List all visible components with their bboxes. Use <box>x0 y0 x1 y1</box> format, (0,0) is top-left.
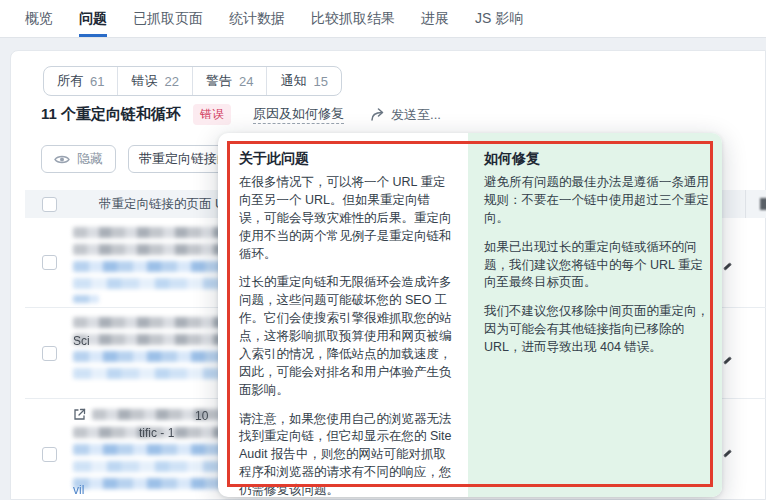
issue-heading-row: 11 个重定向链和循环 错误 原因及如何修复 发送至... <box>41 104 441 125</box>
fix-title: 如何修复 <box>484 150 710 168</box>
about-this-issue-section: 关于此问题 在很多情况下，可以将一个 URL 重定向至另一个 URL。但如果重定… <box>218 133 468 497</box>
censored-text-fragment: Sci <box>73 334 90 348</box>
column-divider <box>745 190 746 218</box>
fix-paragraph: 如果已出现过长的重定向链或循环的问题，我们建议您将链中的每个 URL 重定向至最… <box>484 239 710 293</box>
tab-progress[interactable]: 进展 <box>421 0 449 37</box>
censored-text-fragment: vil <box>73 483 84 497</box>
filter-notices[interactable]: 通知 15 <box>267 67 340 95</box>
how-to-fix-section: 如何修复 避免所有问题的最佳办法是遵循一条通用规则：不要在一个链中使用超过三个重… <box>468 133 722 497</box>
clipped-column-header-fragment <box>760 198 766 210</box>
about-paragraph: 在很多情况下，可以将一个 URL 重定向至另一个 URL。但如果重定向错误，可能… <box>239 174 452 263</box>
censored-text-fragment: tific - 1 <box>139 426 174 440</box>
about-title: 关于此问题 <box>239 150 452 168</box>
send-to-button[interactable]: 发送至... <box>370 106 441 124</box>
row-checkbox[interactable] <box>42 255 57 270</box>
filter-all[interactable]: 所有 61 <box>44 67 118 95</box>
issue-title: 11 个重定向链和循环 <box>41 105 181 124</box>
tab-js-impact[interactable]: JS 影响 <box>475 0 523 37</box>
issue-info-popover: 关于此问题 在很多情况下，可以将一个 URL 重定向至另一个 URL。但如果重定… <box>218 133 722 497</box>
error-badge: 错误 <box>193 104 231 125</box>
external-link-icon[interactable] <box>73 408 86 421</box>
hide-button[interactable]: 隐藏 <box>41 145 116 173</box>
filter-warnings[interactable]: 警告 24 <box>193 67 267 95</box>
censored-text-fragment: 10 <box>195 409 208 423</box>
eye-icon <box>54 154 70 165</box>
tab-crawled-pages[interactable]: 已抓取页面 <box>133 0 203 37</box>
filter-errors[interactable]: 错误 22 <box>118 67 192 95</box>
send-arrow-icon <box>370 108 385 121</box>
top-navigation: 概览 问题 已抓取页面 统计数据 比较抓取结果 进展 JS 影响 <box>0 0 766 38</box>
row-checkbox[interactable] <box>42 447 57 462</box>
select-all-checkbox[interactable] <box>42 197 57 212</box>
tab-issues[interactable]: 问题 <box>79 0 107 37</box>
why-and-how-to-fix-link[interactable]: 原因及如何修复 <box>253 105 344 124</box>
about-paragraph: 请注意，如果您使用自己的浏览器无法找到重定向链，但它却显示在您的 Site Au… <box>239 411 452 498</box>
tab-statistics[interactable]: 统计数据 <box>229 0 285 37</box>
fix-paragraph: 我们不建议您仅移除中间页面的重定向，因为可能会有其他链接指向已移除的 URL，进… <box>484 303 710 357</box>
row-checkbox[interactable] <box>42 346 57 361</box>
about-paragraph: 过长的重定向链和无限循环会造成许多问题，这些问题可能破坏您的 SEO 工作。它们… <box>239 274 452 399</box>
fix-paragraph: 避免所有问题的最佳办法是遵循一条通用规则：不要在一个链中使用超过三个重定向。 <box>484 174 710 228</box>
severity-filter-group: 所有 61 错误 22 警告 24 通知 15 <box>43 66 342 96</box>
tab-compare-crawls[interactable]: 比较抓取结果 <box>311 0 395 37</box>
tab-overview[interactable]: 概览 <box>25 0 53 37</box>
